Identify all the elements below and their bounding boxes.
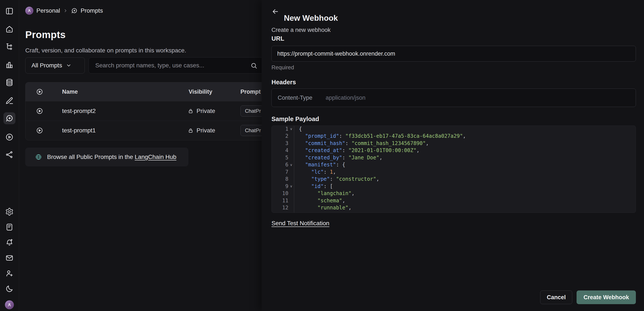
code-line: 13 "RunnableSequence",	[272, 211, 636, 213]
graph-share-icon[interactable]	[5, 150, 14, 159]
prompt-type-badge: ChatPr	[240, 105, 262, 117]
url-required-helper: Required	[272, 64, 294, 71]
hub-banner: Browse all Public Prompts in the LangCha…	[25, 148, 188, 166]
create-webhook-button[interactable]: Create Webhook	[576, 291, 636, 304]
code-line: 2 "prompt_id": "f33dcb51-eb17-47a5-83ca-…	[272, 133, 636, 140]
row-play-icon[interactable]	[36, 107, 43, 115]
code-line: 8 "type": "constructor",	[272, 176, 636, 183]
code-line: 7 "lc": 1,	[272, 168, 636, 176]
datasets-database-icon[interactable]	[5, 78, 14, 87]
fold-chevron-icon[interactable]: ∨	[288, 163, 294, 167]
code-line: 1∨{	[272, 126, 636, 133]
prompts-table: Name Visibility Prompt test-prompt2Priva…	[25, 82, 262, 140]
webhook-title: New Webhook	[284, 14, 338, 23]
prompts-panel: Personal Prompts Prompts Craft, version,…	[19, 0, 262, 311]
mail-icon[interactable]	[5, 254, 14, 262]
code-line: 6∨ "manifest": {	[272, 161, 636, 169]
webhook-subtitle: Create a new webhook	[272, 27, 330, 33]
header-value-placeholder[interactable]: application/json	[326, 94, 366, 101]
globe-icon	[35, 154, 42, 160]
code-line: 10 "langchain",	[272, 190, 636, 197]
fold-chevron-icon[interactable]: ∨	[288, 127, 294, 131]
fold-chevron-icon[interactable]: ∨	[288, 184, 294, 188]
code-line: 4 "created_at": "2021-01-01T00:00:00Z",	[272, 147, 636, 154]
table-header: Name Visibility Prompt	[26, 82, 262, 101]
notifications-bell-plus-icon[interactable]	[5, 238, 14, 247]
panel-toggle-icon[interactable]	[5, 7, 14, 15]
invite-user-plus-icon[interactable]	[5, 269, 14, 278]
search-input[interactable]	[89, 57, 258, 73]
headers-label: Headers	[272, 79, 296, 86]
url-label: URL	[272, 35, 284, 42]
annotations-pencil-icon[interactable]	[5, 96, 14, 105]
prompt-name[interactable]: test-prompt1	[62, 127, 96, 134]
column-header-prompt-type[interactable]: Prompt	[240, 88, 261, 95]
workspace-avatar[interactable]	[25, 7, 34, 15]
code-line: 12 "runnable",	[272, 204, 636, 212]
form-actions: Cancel Create Webhook	[540, 291, 636, 304]
lock-icon	[188, 108, 194, 114]
new-webhook-panel: New Webhook Create a new webhook URL Req…	[262, 0, 644, 311]
monitoring-chart-icon[interactable]	[5, 61, 14, 69]
playground-play-icon[interactable]	[5, 133, 14, 141]
prompt-name[interactable]: test-prompt2	[62, 108, 96, 114]
page-subtitle: Craft, version, and collaborate on promp…	[25, 47, 186, 54]
settings-gear-icon[interactable]	[5, 208, 14, 216]
table-row[interactable]: test-prompt1PrivateChatPr	[26, 121, 262, 140]
back-arrow-icon[interactable]	[271, 7, 280, 16]
row-play-icon[interactable]	[36, 127, 43, 134]
sample-payload-label: Sample Payload	[272, 115, 319, 123]
code-line: 11 "schema",	[272, 197, 636, 204]
code-line: 9∨ "id": [	[272, 183, 636, 190]
dark-mode-moon-icon[interactable]	[5, 285, 14, 293]
breadcrumb: Personal Prompts	[25, 6, 103, 15]
send-test-notification-link[interactable]: Send Test Notification	[272, 220, 329, 227]
filter-label: All Prompts	[32, 62, 62, 69]
sidebar	[0, 0, 19, 311]
search-icon	[250, 62, 258, 69]
chevron-right-icon	[63, 8, 68, 13]
url-field	[272, 46, 636, 62]
lock-icon	[188, 128, 194, 133]
header-play-icon	[36, 88, 43, 95]
cancel-button[interactable]: Cancel	[540, 291, 572, 304]
page-title: Prompts	[25, 29, 66, 40]
payload-editor-lines: 1∨{2 "prompt_id": "f33dcb51-eb17-47a5-83…	[272, 126, 636, 213]
prompts-filter-dropdown[interactable]: All Prompts	[25, 57, 85, 74]
code-line: 3 "commit_hash": "commit_hash_1234567890…	[272, 140, 636, 147]
url-input[interactable]	[272, 46, 636, 61]
prompt-visibility: Private	[188, 127, 215, 134]
breadcrumb-page[interactable]: Prompts	[81, 7, 103, 14]
headers-field[interactable]: Content-Type application/json	[272, 88, 636, 107]
prompts-search	[89, 57, 262, 74]
prompts-crumb-icon	[71, 7, 78, 14]
app-root: Personal Prompts Prompts Craft, version,…	[0, 0, 644, 311]
user-avatar[interactable]	[5, 300, 14, 309]
hub-banner-text: Browse all Public Prompts in the LangCha…	[47, 154, 176, 160]
docs-file-icon[interactable]	[5, 223, 14, 231]
chevron-down-icon	[66, 63, 72, 68]
table-row[interactable]: test-prompt2PrivateChatPr	[26, 101, 262, 121]
home-icon[interactable]	[5, 25, 14, 33]
langchain-hub-link[interactable]: LangChain Hub	[135, 154, 176, 160]
prompt-visibility: Private	[188, 108, 215, 114]
tracing-tree-icon[interactable]	[5, 42, 14, 51]
column-header-name[interactable]: Name	[62, 88, 78, 95]
header-key-placeholder[interactable]: Content-Type	[278, 94, 312, 101]
column-header-visibility[interactable]: Visibility	[188, 88, 212, 95]
prompt-type-badge: ChatPr	[240, 125, 262, 136]
breadcrumb-workspace[interactable]: Personal	[36, 7, 60, 14]
prompts-table-rows: test-prompt2PrivateChatPrtest-prompt1Pri…	[26, 101, 262, 140]
prompts-message-plus-icon[interactable]	[4, 112, 16, 124]
payload-editor[interactable]: 1∨{2 "prompt_id": "f33dcb51-eb17-47a5-83…	[272, 126, 636, 213]
code-line: 5 "created_by": "Jane Doe",	[272, 154, 636, 161]
